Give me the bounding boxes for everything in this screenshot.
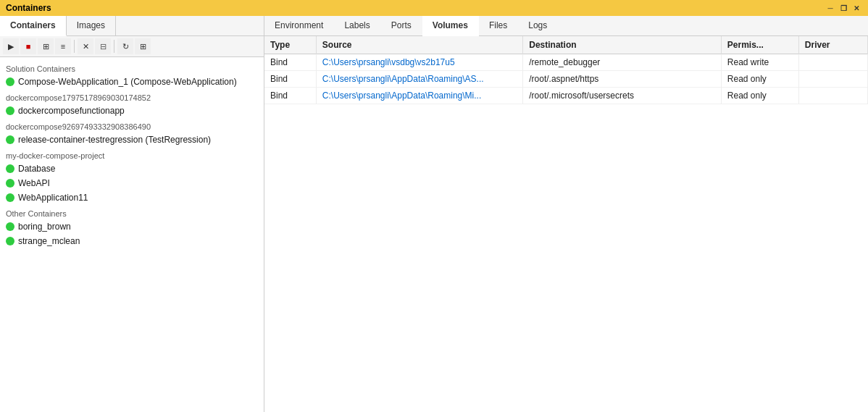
item-label: strange_mclean	[18, 236, 80, 246]
status-icon	[6, 193, 14, 202]
cell-permissions: Read only	[721, 88, 798, 104]
list-item[interactable]: WebAPI	[0, 176, 264, 190]
status-icon	[6, 135, 14, 144]
right-panel: Environment Labels Ports Volumes Files L…	[264, 16, 868, 412]
item-label: boring_brown	[18, 222, 71, 232]
cell-destination: /remote_debugger	[523, 54, 722, 71]
play-button[interactable]: ▶	[3, 38, 19, 54]
table-row[interactable]: BindC:\Users\prsangli\AppData\Roaming\AS…	[264, 71, 868, 88]
group-other-containers: Other Containers	[0, 205, 264, 219]
close-icon[interactable]: ✕	[851, 2, 862, 14]
table-row[interactable]: BindC:\Users\prsangli\vsdbg\vs2b17u5/rem…	[264, 54, 868, 71]
table-header-row: Type Source Destination Permis... Driver	[264, 36, 868, 54]
cell-permissions: Read only	[721, 71, 798, 88]
list-item[interactable]: Compose-WebApplication_1 (Compose-WebApp…	[0, 75, 264, 89]
tab-ports[interactable]: Ports	[381, 16, 422, 35]
cell-driver	[798, 71, 867, 88]
tab-containers[interactable]: Containers	[0, 16, 67, 36]
window-controls: ─ ❐ ✕	[825, 2, 862, 14]
group-dockercompose2: dockercompose92697493332908386490	[0, 118, 264, 133]
item-label: Database	[18, 164, 55, 174]
cell-source[interactable]: C:\Users\prsangli\AppData\Roaming\Mi...	[316, 88, 522, 104]
cell-source[interactable]: C:\Users\prsangli\AppData\Roaming\AS...	[316, 71, 522, 88]
status-icon	[6, 164, 14, 173]
minimize-icon[interactable]: ─	[825, 2, 836, 14]
col-header-source: Source	[316, 36, 522, 54]
left-panel: Containers Images ▶ ■ ⊞ ≡ ✕ ⊟ ↻ ⊞ Soluti…	[0, 16, 264, 412]
cell-type: Bind	[264, 71, 316, 88]
tab-images[interactable]: Images	[67, 16, 116, 35]
title-bar: Containers ─ ❐ ✕	[0, 0, 868, 16]
cell-type: Bind	[264, 88, 316, 104]
col-header-destination: Destination	[523, 36, 722, 54]
status-icon	[6, 222, 14, 231]
main-container: Containers Images ▶ ■ ⊞ ≡ ✕ ⊟ ↻ ⊞ Soluti…	[0, 16, 868, 412]
delete-button[interactable]: ✕	[78, 38, 93, 54]
item-label: Compose-WebApplication_1 (Compose-WebApp…	[18, 77, 237, 87]
item-label: dockercomposefunctionapp	[18, 106, 125, 116]
cell-destination: /root/.aspnet/https	[523, 71, 722, 88]
new-button[interactable]: ⊟	[95, 38, 111, 54]
volumes-table: Type Source Destination Permis... Driver…	[264, 36, 868, 104]
group-my-docker-compose: my-docker-compose-project	[0, 147, 264, 161]
table-area: Type Source Destination Permis... Driver…	[264, 36, 868, 412]
list-item[interactable]: strange_mclean	[0, 234, 264, 248]
toolbar: ▶ ■ ⊞ ≡ ✕ ⊟ ↻ ⊞	[0, 36, 264, 57]
col-header-driver: Driver	[798, 36, 867, 54]
group-dockercompose1: dockercompose17975178969030174852	[0, 89, 264, 104]
list-item[interactable]: Database	[0, 161, 264, 176]
toolbar-separator-2	[114, 40, 114, 53]
list-item[interactable]: WebApplication11	[0, 190, 264, 205]
col-header-permissions: Permis...	[721, 36, 798, 54]
stop-button[interactable]: ■	[20, 38, 36, 54]
list-item[interactable]: release-container-testregression (TestRe…	[0, 133, 264, 147]
status-icon	[6, 106, 14, 115]
attach-button[interactable]: ⊞	[38, 38, 54, 54]
tab-logs[interactable]: Logs	[518, 16, 558, 35]
tab-environment[interactable]: Environment	[264, 16, 334, 35]
col-header-type: Type	[264, 36, 316, 54]
list-item[interactable]: dockercomposefunctionapp	[0, 104, 264, 118]
status-icon	[6, 237, 14, 245]
cell-source[interactable]: C:\Users\prsangli\vsdbg\vs2b17u5	[316, 54, 522, 71]
left-tabs: Containers Images	[0, 16, 264, 36]
list-item[interactable]: boring_brown	[0, 219, 264, 234]
settings-button[interactable]: ⊞	[135, 38, 151, 54]
group-solution-containers: Solution Containers	[0, 60, 264, 75]
table-row[interactable]: BindC:\Users\prsangli\AppData\Roaming\Mi…	[264, 88, 868, 104]
refresh-button[interactable]: ↻	[117, 38, 133, 54]
window-title: Containers	[6, 3, 51, 13]
item-label: release-container-testregression (TestRe…	[18, 135, 211, 145]
item-label: WebApplication11	[18, 193, 88, 203]
cell-driver	[798, 54, 867, 71]
cell-permissions: Read write	[721, 54, 798, 71]
cell-type: Bind	[264, 54, 316, 71]
tree-area: Solution Containers Compose-WebApplicati…	[0, 57, 264, 412]
restore-icon[interactable]: ❐	[838, 2, 849, 14]
status-icon	[6, 77, 14, 86]
cell-driver	[798, 88, 867, 104]
tab-volumes[interactable]: Volumes	[422, 16, 479, 36]
cell-destination: /root/.microsoft/usersecrets	[523, 88, 722, 104]
logs-button[interactable]: ≡	[55, 38, 71, 54]
status-icon	[6, 179, 14, 188]
right-tabs: Environment Labels Ports Volumes Files L…	[264, 16, 868, 36]
item-label: WebAPI	[18, 178, 50, 188]
tab-labels[interactable]: Labels	[334, 16, 380, 35]
tab-files[interactable]: Files	[479, 16, 518, 35]
toolbar-separator	[74, 40, 75, 53]
